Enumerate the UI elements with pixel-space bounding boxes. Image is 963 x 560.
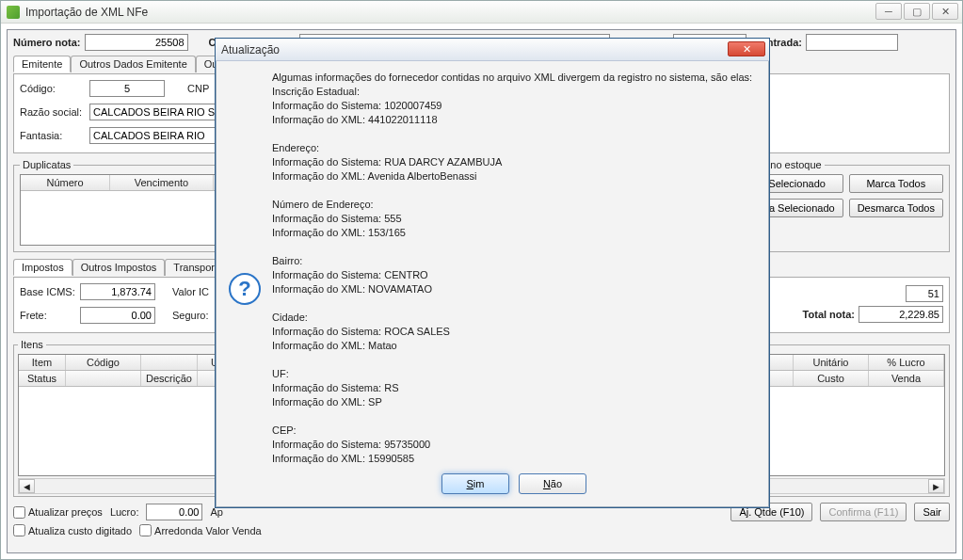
- frete-label: Frete:: [20, 310, 76, 321]
- tab-impostos[interactable]: Impostos: [13, 259, 72, 276]
- duplicatas-frame: Duplicatas Número Vencimento: [13, 159, 230, 252]
- fantasia-label: Fantasia:: [20, 130, 86, 141]
- baseicms-input[interactable]: [80, 283, 155, 300]
- col-unitario: Unitário: [794, 355, 869, 370]
- minimize-button[interactable]: ─: [875, 3, 902, 20]
- dup-col-numero: Número: [21, 175, 110, 190]
- scroll-left-icon[interactable]: ◄: [19, 479, 35, 493]
- atualizar-precos-label: Atualizar preços: [28, 506, 103, 518]
- confirma-button[interactable]: Confirma (F11): [820, 503, 907, 521]
- arredonda-label: Arredonda Valor Venda: [154, 525, 262, 536]
- razao-input[interactable]: [89, 104, 231, 120]
- fantasia-input[interactable]: [89, 127, 231, 144]
- codigo-label: Código:: [20, 83, 86, 94]
- col-custo: Custo: [794, 371, 869, 386]
- tab-outros-dados[interactable]: Outros Dados Emitente: [71, 56, 195, 72]
- razao-label: Razão social:: [20, 106, 86, 118]
- dialog-message: Algumas informações do fornecedor contid…: [272, 71, 756, 466]
- update-dialog: Atualização ✕ ? Algumas informações do f…: [215, 38, 770, 508]
- total-input[interactable]: [859, 306, 943, 323]
- scroll-right-icon[interactable]: ►: [928, 479, 944, 493]
- dup-col-venc: Vencimento: [110, 175, 214, 190]
- col-status: Status: [19, 371, 66, 386]
- duplicatas-legend: Duplicatas: [20, 159, 73, 170]
- numero-input[interactable]: [85, 34, 188, 51]
- numero-label: Número nota:: [13, 37, 81, 48]
- valoric-label: Valor IC: [172, 286, 209, 297]
- marca-todos-button[interactable]: Marca Todos: [849, 174, 943, 193]
- window-title: Importação de XML NFe: [25, 6, 148, 19]
- tab-emitente[interactable]: Emitente: [13, 56, 71, 72]
- codigo-input[interactable]: [89, 80, 165, 97]
- titlebar: Importação de XML NFe ─ ▢ ✕: [1, 1, 962, 24]
- col-codigo: Código: [66, 355, 141, 370]
- arredonda-check[interactable]: Arredonda Valor Venda: [139, 524, 262, 536]
- baseicms-label: Base ICMS:: [20, 286, 76, 297]
- lucro-input[interactable]: [146, 504, 202, 520]
- sair-button[interactable]: Sair: [914, 503, 950, 521]
- cnpj-label: CNP: [187, 83, 209, 94]
- seguro-label: Seguro:: [172, 310, 209, 321]
- maximize-button[interactable]: ▢: [904, 3, 930, 20]
- atualizar-precos-check[interactable]: Atualizar preços: [13, 506, 103, 519]
- dialog-buttons: Sim Não: [272, 466, 756, 500]
- desmarca-todos-button[interactable]: Desmarca Todos: [849, 199, 943, 217]
- dialog-close-button[interactable]: ✕: [728, 41, 765, 56]
- col-b1: [66, 371, 141, 386]
- col-venda: Venda: [869, 371, 944, 386]
- app-icon: [7, 6, 20, 19]
- total-label: Total nota:: [803, 309, 855, 320]
- tab-outros-impostos[interactable]: Outros Impostos: [72, 259, 166, 276]
- entrada-input[interactable]: [806, 34, 898, 51]
- close-button[interactable]: ✕: [932, 3, 958, 20]
- lucro-label: Lucro:: [110, 506, 139, 518]
- yes-button[interactable]: Sim: [441, 473, 509, 494]
- frete-input[interactable]: [80, 307, 155, 324]
- col-descricao: Descrição: [141, 371, 198, 386]
- col-item: Item: [19, 355, 66, 370]
- no-button[interactable]: Não: [519, 473, 586, 494]
- itens-legend: Itens: [18, 339, 46, 350]
- col-blank1: [141, 355, 198, 370]
- window-buttons: ─ ▢ ✕: [875, 3, 958, 20]
- duplicatas-grid[interactable]: Número Vencimento: [20, 174, 223, 246]
- col-lucro: % Lucro: [869, 355, 944, 370]
- dialog-titlebar: Atualização ✕: [216, 39, 769, 61]
- dialog-title: Atualização: [221, 43, 280, 56]
- atualiza-custo-label: Atualiza custo digitado: [28, 525, 132, 536]
- extra-input[interactable]: [906, 285, 943, 302]
- atualiza-custo-check[interactable]: Atualiza custo digitado: [13, 524, 132, 536]
- question-icon: ?: [229, 273, 261, 305]
